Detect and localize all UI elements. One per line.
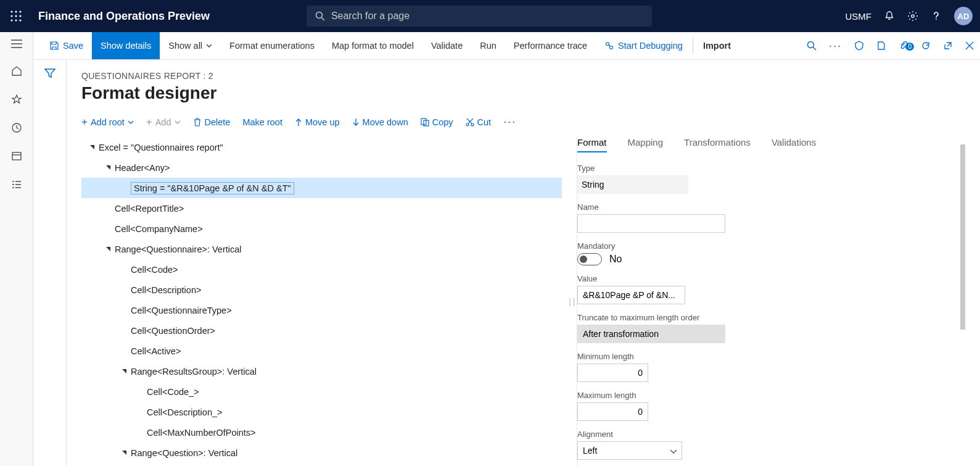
notifications-icon[interactable] bbox=[884, 10, 895, 22]
left-rail bbox=[0, 32, 33, 466]
tree-node-label: String = "&R&10Page &P of &N &D &T" bbox=[131, 182, 294, 194]
svg-point-2 bbox=[19, 10, 21, 12]
svg-point-9 bbox=[316, 12, 322, 19]
home-icon[interactable] bbox=[11, 65, 22, 79]
start-debugging-button[interactable]: Start Debugging bbox=[596, 32, 691, 59]
minlen-input[interactable]: 0 bbox=[577, 364, 648, 382]
svg-point-18 bbox=[807, 42, 813, 48]
search-input[interactable]: Search for a page bbox=[307, 6, 652, 27]
options-icon[interactable] bbox=[848, 41, 870, 51]
popout-icon[interactable] bbox=[937, 41, 959, 51]
value-input[interactable]: &R&10Page &P of &N... bbox=[577, 286, 685, 304]
copy-icon bbox=[421, 118, 429, 127]
tree-node[interactable]: Cell<QuestionOrder> bbox=[81, 320, 562, 341]
filter-icon[interactable] bbox=[44, 69, 56, 466]
close-icon[interactable] bbox=[959, 41, 980, 50]
show-details-button[interactable]: Show details bbox=[92, 32, 160, 59]
help-icon[interactable] bbox=[931, 10, 942, 22]
tree-node[interactable]: Range<ResultsGroup>: Vertical bbox=[81, 361, 562, 381]
tab-mapping[interactable]: Mapping bbox=[628, 137, 664, 152]
type-value: String bbox=[577, 175, 688, 194]
tree-node[interactable]: Cell<Active> bbox=[81, 341, 562, 361]
recent-icon[interactable] bbox=[11, 122, 22, 136]
show-all-button[interactable]: Show all bbox=[160, 32, 221, 59]
tree-node-label: Cell<QuestionnaireType> bbox=[131, 306, 232, 315]
format-tree[interactable]: Excel = "Questionnaires report"Header<An… bbox=[81, 137, 562, 463]
refresh-icon[interactable] bbox=[915, 41, 937, 51]
tab-validations[interactable]: Validations bbox=[772, 137, 816, 152]
tree-node[interactable]: Cell<CompanyName> bbox=[81, 218, 562, 239]
import-button[interactable]: Import bbox=[694, 32, 739, 59]
caret-expanded-icon[interactable] bbox=[88, 144, 96, 150]
tab-format[interactable]: Format bbox=[577, 137, 607, 152]
caret-expanded-icon[interactable] bbox=[104, 165, 112, 170]
caret-expanded-icon[interactable] bbox=[120, 368, 128, 374]
chevron-down-icon bbox=[670, 446, 677, 457]
chevron-down-icon bbox=[175, 120, 181, 124]
add-root-button[interactable]: +Add root bbox=[81, 116, 134, 128]
favorites-icon[interactable] bbox=[11, 94, 22, 107]
copy-button[interactable]: Copy bbox=[421, 117, 453, 127]
workspaces-icon[interactable] bbox=[11, 151, 22, 164]
truncate-value[interactable]: After transformation bbox=[577, 325, 725, 343]
caret-expanded-icon[interactable] bbox=[120, 450, 128, 456]
chevron-down-icon bbox=[128, 120, 134, 124]
move-up-button[interactable]: Move up bbox=[295, 117, 340, 127]
tree-node[interactable]: Range<Question>: Vertical bbox=[81, 443, 562, 463]
tree-node[interactable]: Cell<Code_> bbox=[81, 381, 562, 402]
move-down-button[interactable]: Move down bbox=[352, 117, 408, 127]
add-button[interactable]: +Add bbox=[146, 116, 181, 128]
tree-node-label: Cell<ReportTitle> bbox=[115, 204, 184, 214]
caret-expanded-icon[interactable] bbox=[104, 246, 112, 252]
tree-node[interactable]: Cell<Code> bbox=[81, 259, 562, 280]
svg-point-3 bbox=[10, 15, 12, 17]
legal-entity[interactable]: USMF bbox=[845, 11, 871, 22]
tree-node-label: Excel = "Questionnaires report" bbox=[99, 143, 223, 152]
make-root-button[interactable]: Make root bbox=[242, 117, 282, 127]
tree-node[interactable]: Cell<Description> bbox=[81, 280, 562, 300]
cut-button[interactable]: Cut bbox=[466, 117, 492, 127]
page-title: Format designer bbox=[81, 83, 965, 103]
find-icon[interactable] bbox=[801, 41, 823, 51]
mandatory-toggle[interactable] bbox=[577, 253, 602, 265]
tab-transformations[interactable]: Transformations bbox=[684, 137, 751, 152]
tree-node[interactable]: Header<Any> bbox=[81, 157, 562, 178]
tree-node[interactable]: Range<Questionnaire>: Vertical bbox=[81, 239, 562, 259]
tree-node-label: Cell<Code> bbox=[131, 265, 178, 275]
maxlen-input[interactable]: 0 bbox=[577, 402, 648, 421]
splitter-handle[interactable]: ││ bbox=[568, 137, 577, 466]
settings-icon[interactable] bbox=[907, 10, 918, 22]
tree-node[interactable]: Excel = "Questionnaires report" bbox=[81, 137, 562, 157]
tree-node[interactable]: String = "&R&10Page &P of &N &D &T" bbox=[81, 178, 562, 198]
validate-button[interactable]: Validate bbox=[422, 32, 471, 59]
tree-node-label: Range<Questionnaire>: Vertical bbox=[115, 244, 242, 254]
menu-icon[interactable] bbox=[11, 40, 22, 51]
attachments-icon[interactable]: 0 bbox=[892, 41, 915, 51]
svg-point-1 bbox=[15, 10, 17, 12]
more-icon[interactable]: ··· bbox=[503, 115, 516, 128]
filter-rail bbox=[33, 60, 67, 466]
tree-node[interactable]: Cell<Description_> bbox=[81, 402, 562, 422]
user-avatar[interactable]: AD bbox=[954, 7, 973, 25]
alignment-select[interactable]: Left bbox=[577, 441, 682, 460]
tree-node[interactable]: Cell<ReportTitle> bbox=[81, 198, 562, 218]
app-launcher-icon[interactable] bbox=[0, 0, 32, 32]
format-enumerations-button[interactable]: Format enumerations bbox=[221, 32, 323, 59]
maxlen-label: Maximum length bbox=[577, 391, 928, 400]
delete-button[interactable]: Delete bbox=[193, 117, 231, 127]
performance-trace-button[interactable]: Performance trace bbox=[505, 32, 596, 59]
tree-node[interactable]: Cell<MaxNumberOfPoints> bbox=[81, 422, 562, 443]
tree-node-label: Cell<Active> bbox=[131, 346, 181, 356]
svg-point-12 bbox=[936, 19, 937, 20]
more-commands-icon[interactable]: ··· bbox=[823, 40, 848, 52]
page-options-icon[interactable] bbox=[870, 41, 892, 51]
save-button[interactable]: Save bbox=[41, 32, 92, 59]
property-tabs: Format Mapping Transformations Validatio… bbox=[577, 137, 965, 152]
map-format-button[interactable]: Map format to model bbox=[323, 32, 422, 59]
tree-node-label: Cell<CompanyName> bbox=[115, 224, 203, 234]
modules-icon[interactable] bbox=[11, 179, 22, 193]
value-label: Value bbox=[577, 274, 928, 283]
run-button[interactable]: Run bbox=[471, 32, 505, 59]
tree-node[interactable]: Cell<QuestionnaireType> bbox=[81, 300, 562, 320]
name-input[interactable] bbox=[577, 214, 725, 233]
